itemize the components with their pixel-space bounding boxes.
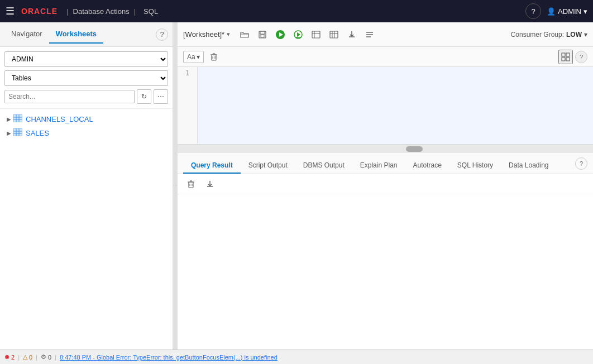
worksheet-toolbar: [Worksheet]* ▾: [178, 22, 593, 47]
tab-data-loading[interactable]: Data Loading: [501, 158, 556, 174]
title-separator: |: [134, 7, 136, 16]
font-chevron-icon: ▾: [197, 53, 200, 61]
results-toolbar: [178, 174, 593, 194]
svg-rect-33: [562, 53, 565, 56]
svg-rect-37: [189, 182, 193, 188]
folder-open-icon: [240, 31, 249, 39]
table-icon: [13, 114, 22, 124]
save-icon: [259, 31, 266, 39]
svg-rect-34: [566, 53, 570, 56]
delete-lines-button[interactable]: [206, 49, 222, 65]
scroll-thumb[interactable]: [406, 146, 423, 152]
search-input[interactable]: [8, 93, 131, 100]
save-button[interactable]: [255, 27, 270, 42]
warning-count: 0: [29, 354, 32, 361]
error-circle-icon: ⊗: [4, 353, 9, 361]
right-panel: [Worksheet]* ▾: [178, 22, 593, 349]
grid-view-button[interactable]: [558, 50, 573, 64]
tab-navigator[interactable]: Navigator: [4, 25, 49, 44]
status-divider-1: |: [18, 354, 20, 361]
svg-rect-36: [566, 58, 570, 61]
error-status[interactable]: ⊗ 2: [4, 353, 15, 361]
refresh-button[interactable]: ↻: [137, 89, 151, 104]
trash-icon: [211, 53, 217, 61]
main-content: Navigator Worksheets ? ADMIN Tables ↻: [0, 22, 593, 349]
left-panel-help-button[interactable]: ?: [156, 28, 168, 41]
results-help-button[interactable]: ?: [575, 157, 587, 170]
svg-rect-21: [330, 31, 338, 38]
download-icon: [348, 31, 356, 39]
editor-help-button[interactable]: ?: [575, 51, 587, 63]
results-download-button[interactable]: [202, 176, 218, 192]
run-script-button[interactable]: [290, 27, 306, 42]
tree-area: ▶ CHANNELS_LOCAL ▶: [0, 109, 173, 349]
warning-status[interactable]: △ 0: [23, 353, 32, 361]
tab-query-result[interactable]: Query Result: [183, 158, 241, 174]
grid-icon: [561, 52, 570, 61]
tab-explain-plan[interactable]: Explain Plan: [352, 158, 405, 174]
user-name: ADMIN: [558, 7, 581, 16]
editor-content[interactable]: [198, 67, 593, 144]
run-button[interactable]: [272, 27, 288, 42]
tree-expand-icon: ▶: [7, 130, 11, 136]
error-count: 2: [11, 354, 15, 361]
svg-rect-0: [13, 114, 22, 122]
svg-rect-12: [261, 35, 264, 37]
results-download-icon: [206, 180, 214, 188]
user-icon: 👤: [547, 7, 556, 16]
gear-status[interactable]: ⚙ 0: [41, 353, 51, 361]
tab-sql-history[interactable]: SQL History: [449, 158, 501, 174]
commit-button[interactable]: [308, 27, 324, 42]
tab-autotrace[interactable]: Autotrace: [405, 158, 449, 174]
worksheet-name-text: [Worksheet]*: [183, 30, 224, 39]
left-panel: Navigator Worksheets ? ADMIN Tables ↻: [0, 22, 173, 349]
logo-divider: |: [66, 7, 68, 16]
user-menu[interactable]: 👤 ADMIN ▾: [547, 7, 587, 16]
svg-marker-16: [297, 32, 300, 37]
tab-worksheets[interactable]: Worksheets: [49, 25, 103, 44]
download-button[interactable]: [344, 27, 360, 42]
status-log-link[interactable]: 8:47:48 PM - Global Error: TypeError: th…: [60, 354, 278, 361]
topbar-help-button[interactable]: ?: [525, 3, 541, 19]
tab-dbms-output[interactable]: DBMS Output: [295, 158, 352, 174]
oracle-logo: ORACLE: [21, 7, 58, 16]
consumer-group: Consumer Group: LOW ▾: [511, 31, 587, 39]
results-content[interactable]: [178, 194, 593, 349]
font-size-button[interactable]: Aa ▾: [183, 51, 204, 63]
worksheet-chevron-icon: ▾: [227, 31, 230, 38]
warning-triangle-icon: △: [23, 353, 27, 361]
results-trash-icon: [188, 180, 194, 188]
run-icon: [275, 30, 285, 40]
open-button[interactable]: [237, 27, 252, 42]
consumer-group-chevron-icon[interactable]: ▾: [584, 31, 587, 39]
svg-rect-28: [212, 55, 216, 60]
more-options-button[interactable]: ⋯: [154, 89, 168, 104]
schema-dropdown[interactable]: ADMIN: [5, 52, 168, 66]
tree-item-label: CHANNELS_LOCAL: [26, 115, 93, 123]
results-tabs: Query Result Script Output DBMS Output E…: [178, 153, 593, 174]
list-item[interactable]: ▶ SALES: [0, 126, 173, 140]
left-panel-controls: ADMIN Tables ↻ ⋯: [0, 47, 173, 109]
hamburger-menu-icon[interactable]: ☰: [6, 5, 15, 17]
resize-handle[interactable]: ⋮: [173, 22, 178, 349]
oracle-logo-text: ORACLE: [21, 7, 58, 16]
format-button[interactable]: [362, 27, 377, 42]
results-panel: Query Result Script Output DBMS Output E…: [178, 153, 593, 349]
consumer-group-value: LOW: [566, 31, 582, 39]
search-row: ↻ ⋯: [4, 89, 168, 104]
tab-script-output[interactable]: Script Output: [241, 158, 295, 174]
format-icon: [366, 31, 374, 38]
rollback-button[interactable]: [326, 27, 342, 42]
app-subtitle: SQL: [144, 7, 158, 16]
commit-icon: [312, 31, 321, 39]
editor-area[interactable]: 1: [178, 67, 593, 145]
user-chevron-icon: ▾: [584, 7, 587, 16]
object-type-dropdown[interactable]: Tables: [5, 71, 168, 85]
results-delete-button[interactable]: [183, 176, 199, 192]
font-label: Aa: [187, 53, 195, 61]
worksheet-name-dropdown[interactable]: [Worksheet]* ▾: [183, 30, 230, 39]
list-item[interactable]: ▶ CHANNELS_LOCAL: [0, 112, 173, 126]
tree-expand-icon: ▶: [7, 116, 11, 122]
left-panel-tabs: Navigator Worksheets ?: [0, 22, 173, 47]
horizontal-scrollbar[interactable]: [178, 145, 593, 153]
